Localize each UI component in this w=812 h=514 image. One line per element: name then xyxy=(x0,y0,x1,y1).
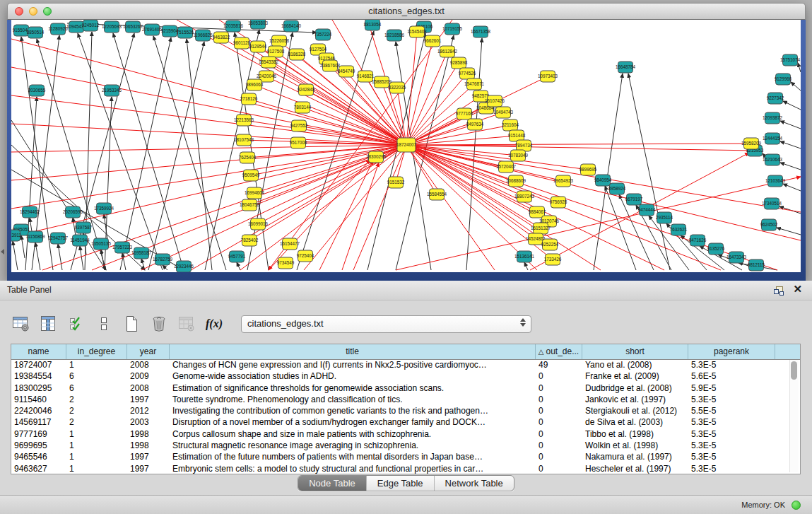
graph-node[interactable]: 8186328 xyxy=(288,49,306,60)
table-row[interactable]: 946554611997Estimation of the future num… xyxy=(11,451,790,462)
graph-node[interactable]: 8322035 xyxy=(389,82,406,93)
column-header-out_de[interactable]: △out_de... xyxy=(536,344,582,359)
graph-node[interactable]: 9774526 xyxy=(459,68,476,79)
graph-node[interactable]: 12444154 xyxy=(763,133,783,144)
graph-node[interactable]: 16154477 xyxy=(280,238,300,250)
graph-node[interactable]: 8850514 xyxy=(27,27,45,38)
panel-collapse-arrow[interactable] xyxy=(1,249,4,255)
graph-node[interactable]: 9463822 xyxy=(213,32,230,43)
graph-node[interactable]: 7632621 xyxy=(670,224,688,235)
graph-node[interactable]: 9129544 xyxy=(249,41,267,52)
graph-node[interactable]: 10494743 xyxy=(493,107,514,118)
show-columns-icon[interactable] xyxy=(38,313,59,335)
table-row[interactable]: 977716911998Corpus callosum shape and si… xyxy=(11,428,790,440)
graph-node[interactable]: 17957223 xyxy=(112,242,133,253)
delete-table-icon[interactable] xyxy=(148,313,170,335)
graph-node[interactable]: 11156869 xyxy=(25,231,45,243)
network-canvas[interactable]: 9155046885051411280926109454389245012122… xyxy=(11,20,801,272)
create-table-icon[interactable] xyxy=(121,313,142,335)
graph-node[interactable]: 9777169 xyxy=(456,108,473,119)
graph-node[interactable]: 9509549 xyxy=(242,170,260,181)
graph-node[interactable]: 11280926 xyxy=(48,23,68,35)
column-header-name[interactable]: name xyxy=(11,344,66,359)
graph-node[interactable]: 8813054 xyxy=(364,20,382,30)
graph-node[interactable]: 20206596 xyxy=(63,206,83,218)
graph-node[interactable]: 10973403 xyxy=(538,71,558,82)
graph-node[interactable]: 9896063 xyxy=(246,79,264,90)
graph-node[interactable]: 9601128 xyxy=(233,37,251,49)
graph-node[interactable]: 3211604 xyxy=(502,119,519,131)
network-window-titlebar[interactable]: citations_edges.txt xyxy=(7,3,806,20)
graph-node[interactable]: 9127508 xyxy=(267,46,285,57)
graph-node[interactable]: 9457791 xyxy=(228,251,246,262)
clear-selection-icon[interactable] xyxy=(93,313,114,335)
table-scrollbar[interactable] xyxy=(789,360,799,472)
graph-node[interactable]: 9151532 xyxy=(387,177,405,188)
graph-node[interactable]: 9734549 xyxy=(277,257,295,269)
graph-node[interactable]: 15958209 xyxy=(741,138,762,149)
graph-node[interactable]: 9756928 xyxy=(550,197,567,208)
table-selector-dropdown[interactable]: citations_edges.txt xyxy=(241,315,531,333)
float-panel-icon[interactable] xyxy=(774,286,782,294)
graph-node[interactable]: 15751074 xyxy=(780,54,801,66)
graph-node[interactable]: 9662601 xyxy=(424,35,442,47)
graph-node[interactable]: 9252254 xyxy=(541,239,559,250)
table-row[interactable]: 1938455462009Genome-wide association stu… xyxy=(11,370,790,382)
graph-node[interactable]: 15226058 xyxy=(269,35,290,47)
graph-node[interactable]: 19218586 xyxy=(384,30,405,41)
table-row[interactable]: 969969511998Structural magnetic resonanc… xyxy=(11,440,790,451)
graph-node[interactable]: 19654923 xyxy=(553,175,574,187)
graph-node[interactable]: 16958187 xyxy=(131,247,152,259)
tab-edge-table[interactable]: Edge Table xyxy=(366,476,434,491)
graph-node[interactable]: 16053803 xyxy=(248,20,269,29)
graph-node[interactable]: 10719155 xyxy=(442,23,463,35)
graph-node[interactable]: 2935114 xyxy=(656,212,673,223)
graph-node[interactable]: 10783049 xyxy=(508,150,529,161)
graph-node[interactable]: 7357224 xyxy=(314,29,332,40)
graph-node[interactable]: 15136141 xyxy=(514,251,535,262)
graph-node[interactable]: 15584554 xyxy=(427,189,447,200)
close-panel-icon[interactable]: ✕ xyxy=(793,283,802,296)
graph-node[interactable]: 18046758 xyxy=(240,199,260,211)
graph-node[interactable]: 9899695 xyxy=(579,164,597,175)
graph-node[interactable]: 12942757 xyxy=(48,233,69,244)
graph-node[interactable]: 6679197 xyxy=(625,194,643,205)
graph-node[interactable]: 8471626 xyxy=(689,235,707,246)
graph-node[interactable]: 16473343 xyxy=(726,252,747,263)
graph-node[interactable]: 7825402 xyxy=(241,235,259,246)
graph-node[interactable]: 7803144 xyxy=(294,102,312,113)
graph-node[interactable]: 11545408 xyxy=(407,26,427,37)
graph-node[interactable]: 12923446 xyxy=(174,261,194,272)
graph-node[interactable]: 9624502 xyxy=(760,219,778,230)
graph-node[interactable]: 16782759 xyxy=(153,254,173,265)
graph-node[interactable]: 9517008 xyxy=(290,137,307,148)
graph-node[interactable]: 18300295 xyxy=(366,151,387,163)
graph-node[interactable]: 15720407 xyxy=(496,161,517,173)
table-row[interactable]: 1456911722003Disruption of a novel membe… xyxy=(11,416,790,428)
graph-node[interactable]: 16099016 xyxy=(248,218,269,230)
graph-node[interactable]: 11966826 xyxy=(193,30,213,41)
graph-node[interactable]: 21953346 xyxy=(102,85,122,96)
graph-node[interactable]: 3913911 xyxy=(11,230,22,241)
graph-node[interactable]: 8454749 xyxy=(338,66,355,77)
graph-node[interactable]: 16671358 xyxy=(471,26,491,37)
graph-node[interactable]: 18807243 xyxy=(514,191,535,202)
graph-node[interactable]: 9474444 xyxy=(638,204,656,216)
graph-node[interactable]: 9245012 xyxy=(82,20,100,31)
graph-node[interactable]: 9285898 xyxy=(450,57,468,69)
graph-node[interactable]: 17359924 xyxy=(94,203,114,214)
scrollbar-thumb[interactable] xyxy=(791,361,797,380)
graph-node[interactable]: 10688609 xyxy=(506,175,526,187)
graph-node[interactable]: 13505135 xyxy=(91,238,112,250)
graph-node[interactable]: 16648784 xyxy=(616,62,636,73)
select-all-icon[interactable] xyxy=(66,313,87,335)
graph-node[interactable]: 12035816 xyxy=(223,21,244,32)
column-header-year[interactable]: year xyxy=(127,344,170,359)
graph-node[interactable]: 16684140 xyxy=(281,21,302,32)
table-row[interactable]: 911546021997Tourette syndrome. Phenomeno… xyxy=(11,394,790,405)
column-header-short[interactable]: short xyxy=(582,344,688,359)
graph-node[interactable]: 2718126 xyxy=(240,93,258,105)
table-row[interactable]: 946362711997Embryonic stem cells: a mode… xyxy=(11,463,790,474)
tab-node-table[interactable]: Node Table xyxy=(298,476,366,491)
graph-node[interactable]: 9427552 xyxy=(290,120,308,132)
